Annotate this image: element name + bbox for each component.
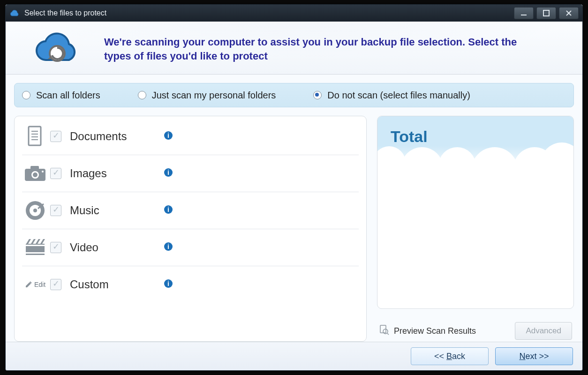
file-type-label: Music [70,204,154,217]
magnifier-page-icon [379,325,389,338]
radio-do-not-scan[interactable]: Do not scan (select files manually) [313,90,470,101]
next-label: Next >> [519,352,549,361]
file-type-label: Images [70,167,154,180]
scan-options: Scan all folders Just scan my personal f… [14,83,574,107]
total-panel: Total [377,116,574,309]
radio-label: Just scan my personal folders [152,90,276,101]
file-type-label: Documents [70,130,154,143]
radio-label: Do not scan (select files manually) [327,90,470,101]
svg-text:i: i [167,280,169,287]
file-type-row-documents: Documents i [15,118,366,155]
edit-custom-link[interactable]: Edit [22,281,48,288]
preview-label: Preview Scan Results [394,326,476,336]
info-icon[interactable]: i [164,131,173,142]
svg-point-14 [42,171,44,172]
svg-line-31 [387,333,389,335]
radio-label: Scan all folders [36,90,100,101]
back-button[interactable]: << Back [411,347,489,365]
total-header: Total [377,116,573,171]
body: Scan all folders Just scan my personal f… [6,75,582,342]
svg-rect-1 [543,10,549,16]
checkbox-images[interactable] [50,168,61,179]
edit-label: Edit [34,281,45,288]
svg-point-13 [33,172,38,177]
music-icon [22,200,48,221]
svg-point-19 [33,209,37,212]
titlebar: Select the files to protect [6,5,582,22]
total-title: Total [391,128,573,146]
file-type-row-video: Video i [15,229,366,266]
info-icon[interactable]: i [164,242,173,253]
file-type-row-music: Music i [15,192,366,229]
radio-scan-personal[interactable]: Just scan my personal folders [138,90,276,101]
back-label: << Back [434,352,465,361]
window-title: Select the files to protect [24,9,106,17]
checkbox-documents[interactable] [50,131,61,142]
preview-scan-results-link[interactable]: Preview Scan Results [379,325,476,338]
right-actions: Preview Scan Results Advanced [377,320,574,342]
info-icon[interactable]: i [164,168,173,179]
images-icon [22,165,48,182]
documents-icon [22,126,48,147]
svg-rect-24 [26,252,45,254]
header-message: We're scanning your computer to assist y… [104,35,521,63]
next-button[interactable]: Next >> [495,347,573,365]
right-column: Total Preview [377,116,574,342]
app-window: Select the files to protect We're scanni… [5,4,583,371]
content-columns: Documents i [14,116,574,342]
svg-text:i: i [167,206,169,213]
svg-rect-11 [30,166,39,171]
checkbox-video[interactable] [50,242,61,253]
radio-scan-all[interactable]: Scan all folders [22,90,100,101]
minimize-button[interactable] [514,7,534,19]
close-button[interactable] [559,7,579,19]
info-icon[interactable]: i [164,279,173,290]
svg-text:i: i [167,169,169,176]
svg-rect-23 [26,245,45,246]
maximize-button[interactable] [536,7,556,19]
advanced-label: Advanced [526,326,561,336]
checkbox-custom[interactable] [50,279,61,290]
checkbox-music[interactable] [50,205,61,216]
info-icon[interactable]: i [164,205,173,216]
svg-text:i: i [167,132,169,139]
file-type-row-custom: Edit Custom i [15,266,366,303]
header-banner: We're scanning your computer to assist y… [6,22,582,75]
file-type-panel: Documents i [14,116,367,342]
svg-rect-3 [29,127,41,145]
footer: << Back Next >> [6,342,582,370]
svg-rect-0 [521,15,527,15]
svg-text:i: i [167,243,169,250]
file-type-row-images: Images i [15,155,366,192]
cloud-logo-icon [34,30,81,68]
file-type-label: Video [70,241,154,254]
file-type-label: Custom [70,278,154,291]
video-icon [22,238,48,257]
advanced-button[interactable]: Advanced [515,322,572,340]
app-icon [9,9,20,17]
